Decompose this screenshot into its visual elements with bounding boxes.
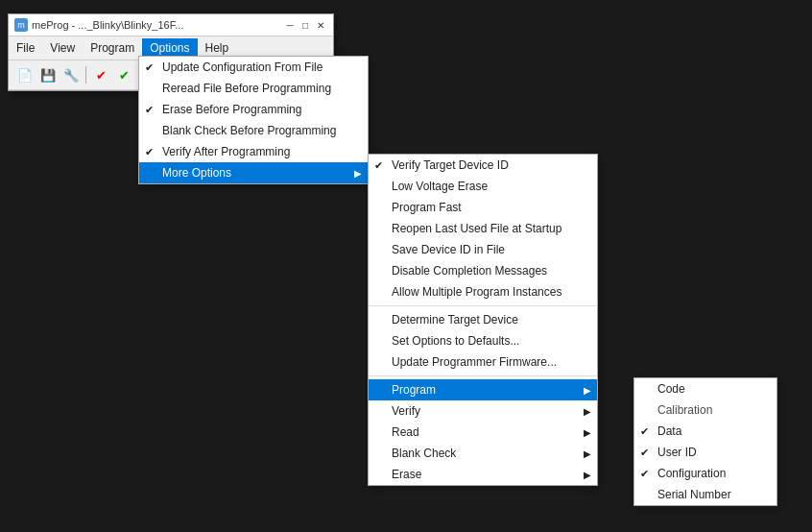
menu-configuration[interactable]: ✔ Configuration [634,463,776,484]
menu-disable-completion[interactable]: Disable Completion Messages [369,260,597,281]
menu-reread-file[interactable]: Reread File Before Programming [139,78,368,99]
close-button[interactable]: ✕ [314,18,327,32]
toolbar-separator-1 [85,66,86,84]
menu-update-config[interactable]: ✔ Update Configuration From File [139,57,368,78]
menu-low-voltage[interactable]: Low Voltage Erase [369,176,597,197]
menu-view[interactable]: View [42,38,83,58]
label-verify-after: Verify After Programming [162,145,290,158]
arrow-more-options: ▶ [343,168,362,179]
menu-verify-sub[interactable]: Verify ▶ [369,400,597,422]
arrow-program-sub: ▶ [572,385,591,396]
check-configuration: ✔ [640,468,649,480]
check-data: ✔ [640,425,649,438]
label-determine-target: Determine Target Device [392,313,518,326]
label-data: Data [657,424,681,438]
menu-verify-after[interactable]: ✔ Verify After Programming [139,141,368,162]
menu-read-sub[interactable]: Read ▶ [369,422,597,443]
check-update-config: ✔ [145,61,154,74]
toolbar-check2[interactable]: ✔ [113,64,134,85]
menu-set-defaults[interactable]: Set Options to Defaults... [369,330,597,351]
label-code: Code [657,382,685,396]
toolbar-settings[interactable]: 🔧 [60,64,82,85]
menu-verify-device-id[interactable]: ✔ Verify Target Device ID [369,155,597,176]
titlebar-left: m meProg - ..._Blinky\Blinky_16F... [14,18,183,32]
label-reopen-last: Reopen Last Used File at Startup [392,222,561,235]
label-erase-before: Erase Before Programming [162,103,301,116]
menu-help[interactable]: Help [198,38,237,58]
check-verify-device-id: ✔ [374,159,383,172]
menu-reopen-last[interactable]: Reopen Last Used File at Startup [369,218,597,239]
menu-erase-before[interactable]: ✔ Erase Before Programming [139,99,368,120]
menu-user-id[interactable]: ✔ User ID [634,442,776,463]
arrow-verify-sub: ▶ [572,406,591,417]
window-title: meProg - ..._Blinky\Blinky_16F... [32,19,183,31]
titlebar: m meProg - ..._Blinky\Blinky_16F... ─ □ … [9,14,333,36]
label-low-voltage: Low Voltage Erase [392,180,488,193]
label-blank-check: Blank Check Before Programming [162,124,336,137]
menu-allow-multiple[interactable]: Allow Multiple Program Instances [369,281,597,302]
label-serial-number: Serial Number [657,488,731,501]
toolbar-new[interactable]: 📄 [14,64,36,85]
label-user-id: User ID [657,446,697,459]
toolbar-check1[interactable]: ✔ [90,64,111,85]
menu-blank-check-sub[interactable]: Blank Check ▶ [369,443,597,464]
maximize-button[interactable]: □ [299,18,312,32]
label-configuration: Configuration [657,467,726,480]
check-user-id: ✔ [640,447,649,459]
separator-2 [369,375,597,376]
menu-program-fast[interactable]: Program Fast [369,197,597,218]
label-verify-sub: Verify [392,404,420,418]
app-icon: m [14,18,28,32]
menu-program[interactable]: Program [83,38,142,58]
menu-more-options[interactable]: More Options ▶ [139,162,368,183]
toolbar-save[interactable]: 💾 [37,64,59,85]
label-calibration: Calibration [657,403,712,417]
menu-serial-number[interactable]: Serial Number [634,484,776,505]
program-submenu: Code Calibration ✔ Data ✔ User ID ✔ Conf… [633,377,777,506]
menu-erase-sub[interactable]: Erase ▶ [369,464,597,485]
arrow-blank-check-sub: ▶ [572,448,591,459]
label-save-device-id: Save Device ID in File [392,243,505,256]
label-program-sub: Program [392,383,436,397]
label-set-defaults: Set Options to Defaults... [392,334,519,348]
label-program-fast: Program Fast [392,201,462,214]
label-read-sub: Read [392,425,419,439]
label-erase-sub: Erase [392,468,421,481]
options-dropdown: ✔ Update Configuration From File Reread … [138,56,369,184]
menu-blank-check[interactable]: Blank Check Before Programming [139,120,368,141]
menu-calibration[interactable]: Calibration [634,399,776,421]
label-disable-completion: Disable Completion Messages [392,264,547,278]
arrow-read-sub: ▶ [572,427,591,438]
label-blank-check-sub: Blank Check [392,447,456,460]
menu-update-firmware[interactable]: Update Programmer Firmware... [369,351,597,373]
minimize-button[interactable]: ─ [283,18,297,32]
menu-save-device-id[interactable]: Save Device ID in File [369,239,597,260]
label-more-options: More Options [162,166,231,180]
menu-data[interactable]: ✔ Data [634,421,776,442]
label-allow-multiple: Allow Multiple Program Instances [392,285,561,299]
label-update-firmware: Update Programmer Firmware... [392,355,557,369]
menu-options[interactable]: Options [142,38,197,58]
label-verify-device-id: Verify Target Device ID [392,158,509,172]
menu-program-sub[interactable]: Program ▶ [369,379,597,400]
titlebar-controls: ─ □ ✕ [283,18,327,32]
arrow-erase-sub: ▶ [572,470,591,480]
label-update-config: Update Configuration From File [162,60,322,74]
check-verify-after: ✔ [145,146,154,158]
menu-file[interactable]: File [9,38,42,58]
menu-determine-target[interactable]: Determine Target Device [369,309,597,330]
more-options-dropdown: ✔ Verify Target Device ID Low Voltage Er… [368,154,598,486]
separator-1 [369,305,597,306]
menu-code[interactable]: Code [634,378,776,399]
label-reread-file: Reread File Before Programming [162,82,331,95]
check-erase-before: ✔ [145,104,154,116]
